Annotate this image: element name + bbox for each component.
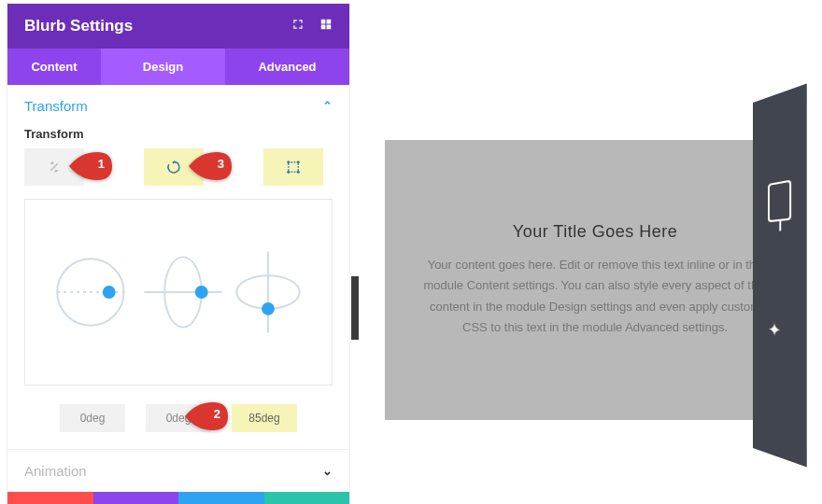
preview-body: Your content goes here. Edit or remove t… [422, 255, 768, 337]
expand-icon[interactable] [291, 18, 305, 35]
panel-title: Blurb Settings [24, 17, 133, 35]
close-button[interactable] [7, 492, 93, 504]
degree-row: 2 [24, 404, 333, 432]
svg-point-13 [262, 302, 275, 315]
rotation-visualizer[interactable] [24, 199, 333, 385]
undo-button[interactable] [93, 492, 179, 504]
scale-icon [46, 159, 63, 175]
section-animation-title: Animation [24, 463, 87, 479]
panel-header: Blurb Settings [7, 4, 349, 49]
redo-button[interactable] [178, 492, 264, 504]
tab-design[interactable]: Design [101, 49, 225, 85]
chevron-up-icon: ⌃ [322, 99, 333, 113]
svg-rect-0 [289, 162, 299, 173]
section-transform-title: Transform [24, 98, 88, 114]
transform-label: Transform [24, 127, 333, 141]
transform-rotate-button[interactable] [144, 148, 204, 186]
grid-icon[interactable] [319, 18, 333, 35]
preview-module: Your Title Goes Here Your content goes h… [385, 140, 805, 420]
preview-title: Your Title Goes Here [513, 222, 677, 242]
save-button[interactable] [264, 492, 350, 504]
transform-scale-button[interactable] [24, 148, 84, 186]
tab-bar: Content Design Advanced [7, 49, 349, 85]
degree-input-y[interactable] [146, 404, 211, 432]
svg-point-2 [297, 161, 300, 163]
section-transform-header[interactable]: Transform ⌃ [7, 85, 349, 127]
scroll-indicator [351, 276, 359, 340]
section-animation-header[interactable]: Animation ⌄ [7, 450, 349, 492]
tab-content[interactable]: Content [7, 49, 101, 85]
section-transform: Transform ⌃ Transform 1 [7, 85, 349, 450]
settings-panel: Blurb Settings Content Design Advanced T… [7, 4, 349, 504]
transform-origin-button[interactable] [263, 148, 323, 186]
section-transform-body: Transform 1 3 [7, 127, 349, 449]
device-icon [768, 179, 791, 222]
degree-input-z[interactable] [232, 404, 297, 432]
degree-input-x[interactable] [60, 404, 125, 432]
chevron-down-icon: ⌄ [322, 464, 333, 478]
transform-type-row: 1 3 [24, 148, 333, 186]
rotate-icon [165, 159, 182, 175]
sparkle-icon: ✦ [768, 318, 781, 342]
tab-advanced[interactable]: Advanced [225, 49, 349, 85]
header-icons [291, 18, 333, 35]
svg-point-1 [287, 161, 290, 163]
preview-3d-panel: ✦ [753, 83, 807, 467]
svg-point-4 [297, 171, 300, 174]
svg-point-10 [195, 286, 208, 299]
svg-point-7 [103, 286, 116, 299]
origin-icon [285, 159, 302, 175]
panel-footer [7, 492, 349, 504]
rotation-svg [25, 200, 332, 385]
svg-point-3 [287, 171, 290, 174]
